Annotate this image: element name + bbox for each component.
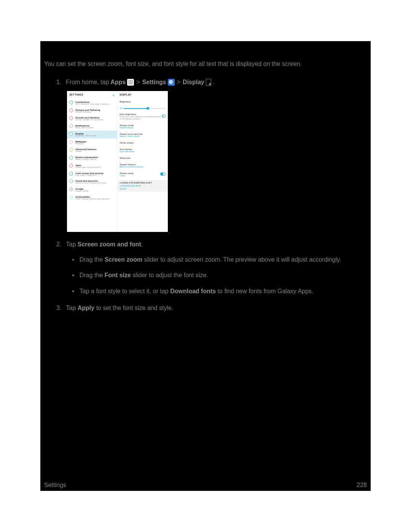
screen-saver-sub: Colors bbox=[120, 174, 134, 177]
sub-bullet-font-size: ■ Drag the Font size slider to adjust th… bbox=[40, 264, 371, 280]
footer-page-number: 228 bbox=[357, 482, 367, 489]
apps-label: Apps bbox=[110, 79, 126, 86]
bullet-icon: ■ bbox=[72, 287, 74, 296]
sidebar-item-sub: Lock screen, Fingerprints bbox=[75, 174, 104, 177]
sub-bullet-screen-zoom: ■ Drag the Screen zoom slider to adjust … bbox=[40, 248, 371, 264]
step-1-number: 1. bbox=[56, 79, 61, 86]
sidebar-item[interactable]: ·Hotspot and TetheringHotspot, Tethering bbox=[69, 107, 115, 115]
sidebar-item-sub: Google settings bbox=[75, 190, 89, 192]
sidebar-item-sub: Battery, Storage, Memory bbox=[75, 158, 98, 161]
svg-point-1 bbox=[130, 80, 131, 81]
looking-for-box: LOOKING FOR SOMETHING ELSE? LANGUAGE AND… bbox=[118, 180, 168, 192]
screen-timeout-item[interactable]: Screen timeout After 10 minutes of inact… bbox=[120, 161, 166, 170]
sidebar-item-icon: · bbox=[69, 132, 73, 136]
sidebar-item-icon: · bbox=[69, 116, 73, 120]
sidebar-item-sub: Wallpaper bbox=[75, 143, 86, 145]
auto-brightness-title: Auto brightness bbox=[120, 113, 162, 115]
sidebar-item[interactable]: ·Device maintenanceBattery, Storage, Mem… bbox=[69, 154, 115, 162]
auto-brightness-toggle[interactable] bbox=[162, 115, 166, 118]
manual-page: You can set the screen zoom, font size, … bbox=[40, 41, 371, 491]
home-screen-item[interactable]: Home screen bbox=[120, 139, 166, 146]
sidebar-item-sub: Wi-Fi, Bluetooth, Data usage, Airplane m… bbox=[75, 103, 112, 105]
intro-text: You can set the screen zoom, font size, … bbox=[40, 41, 371, 68]
sidebar-item-sub: Vision, Hearing, Dexterity and interacti… bbox=[75, 198, 110, 200]
sidebar-item-sub: Games bbox=[75, 150, 96, 153]
display-panel: DISPLAY Brightness ☀ Auto brightness Adj… bbox=[118, 91, 168, 232]
display-icon bbox=[206, 79, 211, 86]
sidebar-item-sub: Sounds, Vibration, Do not disturb bbox=[75, 119, 103, 121]
screen-mode-item[interactable]: Screen mode Adaptive display bbox=[120, 122, 166, 131]
link-vision[interactable]: VISION bbox=[120, 187, 166, 190]
sidebar-item[interactable]: ·Lock screen and securityLock screen, Fi… bbox=[69, 170, 115, 178]
display-header: DISPLAY bbox=[120, 93, 132, 96]
page-footer: Settings 228 bbox=[44, 482, 367, 489]
settings-icon bbox=[168, 79, 175, 86]
step-1-period: . bbox=[213, 79, 214, 86]
settings-header: SETTINGS bbox=[69, 93, 83, 97]
settings-label: Settings bbox=[142, 79, 166, 86]
screen-saver-title: Screen saver bbox=[120, 172, 134, 174]
brightness-icon: ☀ bbox=[120, 107, 122, 110]
brightness-label: Brightness bbox=[120, 100, 166, 103]
sidebar-item-sub: Samsung Cloud, Backup and restore bbox=[75, 182, 107, 184]
brightness-slider[interactable]: ☀ bbox=[120, 105, 166, 111]
sidebar-item-icon: · bbox=[69, 179, 73, 183]
separator-1: > bbox=[135, 79, 140, 86]
sidebar-item-icon: · bbox=[69, 164, 73, 168]
step-3-line: 3. Tap Apply to set the font size and st… bbox=[40, 296, 371, 312]
sub-bullet-download-fonts: ■ Tap a font style to select it, or tap … bbox=[40, 280, 371, 296]
sidebar-item[interactable]: ·Cloud and accountsSamsung Cloud, Backup… bbox=[69, 178, 115, 186]
screen-zoom-font-item[interactable]: Screen zoom and font Medium, Small, Defa… bbox=[120, 131, 166, 139]
sidebar-item-icon: · bbox=[69, 172, 73, 176]
sidebar-item-icon: · bbox=[69, 195, 73, 199]
sidebar-item[interactable]: ·ConnectionsWi-Fi, Bluetooth, Data usage… bbox=[69, 99, 115, 107]
sidebar-item-icon: · bbox=[69, 124, 73, 128]
sidebar-item-icon: G bbox=[69, 187, 73, 191]
step-1-line: 1. From home, tap Apps > Settings > Disp… bbox=[40, 68, 371, 86]
sidebar-item-sub: Default apps, App permissions bbox=[75, 166, 101, 169]
link-language-input[interactable]: LANGUAGE AND INPUT bbox=[120, 184, 166, 187]
svg-point-4 bbox=[130, 82, 131, 83]
sidebar-item[interactable]: ·AppsDefault apps, App permissions bbox=[69, 162, 115, 170]
bullet-icon: ■ bbox=[72, 271, 74, 280]
step-2-line: 2. Tap Screen zoom and font. bbox=[40, 232, 371, 248]
sidebar-item-icon: · bbox=[69, 140, 73, 144]
sidebar-item-icon: · bbox=[69, 101, 73, 104]
sidebar-item-icon: · bbox=[69, 109, 73, 112]
display-label: Display bbox=[183, 79, 204, 86]
sidebar-item-sub: Hotspot, Tethering bbox=[75, 111, 100, 113]
sidebar-item[interactable]: ·NotificationsBlock, allow, prioritize bbox=[69, 123, 115, 131]
svg-point-8 bbox=[132, 83, 132, 84]
apps-icon bbox=[127, 79, 134, 86]
svg-point-5 bbox=[132, 82, 132, 83]
svg-point-9 bbox=[170, 81, 172, 82]
sidebar-item[interactable]: ·WallpaperWallpaper bbox=[69, 139, 115, 147]
sidebar-item-icon: · bbox=[69, 156, 73, 160]
status-bar-item[interactable]: Status bar bbox=[120, 155, 166, 161]
sidebar-item[interactable]: ·AccessibilityVision, Hearing, Dexterity… bbox=[69, 194, 115, 202]
bullet-icon: ■ bbox=[72, 256, 74, 264]
sidebar-item[interactable]: GGoogleGoogle settings bbox=[69, 186, 115, 194]
step-1-pretext: From home, tap bbox=[66, 79, 109, 86]
footer-section: Settings bbox=[44, 482, 66, 489]
svg-point-0 bbox=[129, 80, 129, 81]
settings-sidebar: SETTINGS ⌕ ·ConnectionsWi-Fi, Bluetooth,… bbox=[67, 91, 118, 232]
sidebar-item-sub: Brightness, Home screen bbox=[75, 135, 97, 137]
sidebar-item[interactable]: ·DisplayBrightness, Home screen bbox=[67, 131, 117, 139]
svg-point-2 bbox=[132, 80, 132, 81]
svg-point-6 bbox=[129, 83, 129, 84]
svg-point-7 bbox=[130, 83, 131, 84]
svg-point-3 bbox=[129, 82, 129, 83]
icon-frames-item[interactable]: Icon frames Icons with frames bbox=[120, 146, 166, 155]
screen-saver-toggle[interactable] bbox=[160, 173, 166, 176]
separator-2: > bbox=[176, 79, 181, 86]
sidebar-item-sub: Block, allow, prioritize bbox=[75, 127, 94, 129]
search-icon[interactable]: ⌕ bbox=[113, 93, 115, 97]
sidebar-item-icon: · bbox=[69, 148, 73, 152]
sidebar-item[interactable]: ·Advanced featuresGames bbox=[69, 146, 115, 154]
settings-screenshot: SETTINGS ⌕ ·ConnectionsWi-Fi, Bluetooth,… bbox=[67, 91, 168, 232]
auto-brightness-sub: Adjust the screen brightness automatical… bbox=[120, 115, 162, 120]
sidebar-item[interactable]: ·Sounds and vibrationSounds, Vibration, … bbox=[69, 115, 115, 123]
